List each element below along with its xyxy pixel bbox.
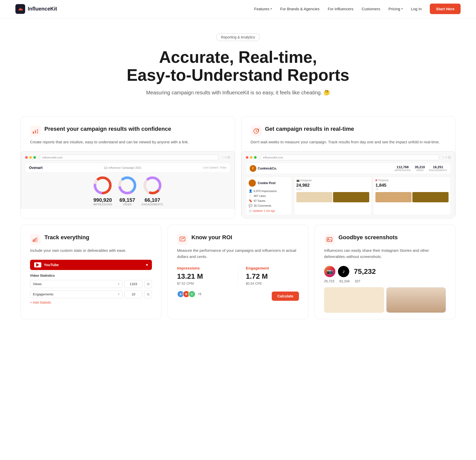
screenshots-mock: 📷 ♪ 75,232 25,723 61,104 327 bbox=[324, 266, 446, 319]
stat-copy-button-1[interactable]: ⧉ bbox=[144, 280, 152, 288]
screenshots-card: Goodbye screenshots Influencers can easi… bbox=[315, 225, 455, 319]
rt-img-2 bbox=[333, 192, 369, 202]
roi-engagement-col: Engagement 1.72 M $0.54 CPE bbox=[246, 266, 299, 285]
tiktok-icon-circle: ♪ bbox=[338, 266, 349, 277]
stat-value-input-2[interactable]: 10 bbox=[124, 290, 142, 298]
roi-card: Know your ROI Measure the performance of… bbox=[168, 225, 308, 319]
track-title: Track everything bbox=[44, 234, 89, 241]
present-card: Present your campaign results with confi… bbox=[21, 116, 235, 218]
rt-detail: Cookie Post 👤 6,970 Impressions ♡ 487 Li… bbox=[246, 177, 451, 215]
roi-cpe-label: CPE bbox=[255, 282, 262, 285]
start-here-button[interactable]: Start Here bbox=[430, 4, 461, 14]
sc-image-grid bbox=[324, 287, 446, 313]
roi-desc: Measure the performance of your campaign… bbox=[177, 247, 299, 260]
rt-stat-saves: 🔖 87 Saves bbox=[249, 199, 289, 203]
stat-value-input-1[interactable]: 1163 bbox=[124, 280, 142, 288]
track-desc: Include your own custom stats or deliver… bbox=[30, 247, 152, 254]
rt-total-impressions: 112,768 IMPRESSIONS bbox=[395, 165, 411, 172]
browser-bar: influencekit.com ↑ + ⊡ bbox=[25, 155, 230, 160]
hero-subtitle: Measuring campaign results with Influenc… bbox=[10, 89, 466, 96]
rt-instagram-card: 📸 Instagram 24,982 4,507 bbox=[294, 177, 372, 215]
sc-tiktok-count: 75,232 bbox=[354, 267, 376, 276]
select-arrow-1: ▾ bbox=[118, 282, 120, 286]
sc-stat-2: 61,104 bbox=[339, 279, 350, 283]
svg-rect-16 bbox=[37, 237, 37, 242]
metric-engagements: 66,107 ENGAGEMENTS bbox=[142, 175, 163, 206]
pinterest-icon: 𝗣 bbox=[375, 179, 377, 182]
present-desc: Create reports that are intuitive, easy … bbox=[30, 139, 226, 145]
roi-divider bbox=[238, 266, 238, 285]
card-header: Goodbye screenshots bbox=[324, 234, 446, 245]
browser-icons-rt: ↑ + ⊡ bbox=[443, 155, 451, 159]
person-icon: 👤 bbox=[249, 189, 252, 193]
stat-type-select-1[interactable]: Views ▾ bbox=[30, 280, 122, 288]
rt-stat-saves-val: 87 Saves bbox=[254, 199, 266, 202]
rt-pin-value: 1,845 bbox=[375, 183, 449, 188]
rt-ig-header: 📸 Instagram bbox=[296, 179, 370, 182]
roi-icon bbox=[177, 234, 188, 245]
present-icon bbox=[30, 126, 41, 136]
hero-title: Accurate, Real-time, Easy-to-Understand … bbox=[10, 48, 466, 84]
svg-rect-1 bbox=[35, 130, 36, 134]
instagram-icon: 📸 bbox=[296, 179, 299, 182]
rt-stat-likes-val: 487 Likes bbox=[254, 194, 266, 197]
sc-platforms-row: 📷 ♪ 75,232 bbox=[324, 266, 446, 277]
screenshots-desc: Influencers can easily share their Insta… bbox=[324, 247, 446, 260]
sc-stat-1: 25,723 bbox=[324, 279, 334, 283]
sc-person-card bbox=[386, 287, 446, 313]
stat-copy-button-2[interactable]: ⧉ bbox=[144, 290, 152, 298]
rt-total-engagements: 18,251 ENGAGEMENTS bbox=[429, 165, 447, 172]
sc-count-wrapper: 75,232 bbox=[354, 267, 376, 276]
roi-cpe-value: $0.54 bbox=[246, 282, 254, 285]
roi-impressions-col: Impressions 13.21 M $7.52 CPM bbox=[177, 266, 230, 285]
report-brand: Ovenart bbox=[29, 166, 43, 170]
rt-image-grid bbox=[296, 192, 370, 202]
browser-bar-rt: influencekit.com ↑ + ⊡ bbox=[246, 155, 451, 160]
roi-mock: Impressions 13.21 M $7.52 CPM Engagement… bbox=[177, 266, 299, 308]
engagements-label: ENGAGEMENTS bbox=[142, 203, 163, 206]
svg-rect-15 bbox=[35, 238, 36, 242]
svg-rect-0 bbox=[33, 132, 34, 134]
realtime-card: Get campaign results in real-time Don't … bbox=[241, 116, 456, 218]
browser-dot-red bbox=[25, 156, 28, 159]
youtube-icon bbox=[34, 262, 41, 267]
rt-panel-brand: Cookie Post bbox=[249, 179, 289, 187]
roi-engagement-label: Engagement bbox=[246, 266, 299, 270]
nav-login[interactable]: Log In bbox=[411, 7, 422, 11]
roi-impressions-label: Impressions bbox=[177, 266, 230, 270]
views-label: VIEWS bbox=[117, 203, 138, 206]
hero-badge: Reporting & Analytics bbox=[216, 33, 260, 41]
nav-customers[interactable]: Customers bbox=[362, 7, 380, 11]
sc-stat-3: 327 bbox=[355, 279, 361, 283]
realtime-icon bbox=[251, 126, 261, 136]
nav-features[interactable]: Features ▾ bbox=[254, 7, 272, 11]
rt-pin-img-2 bbox=[412, 192, 449, 202]
navigation: InfluenceKit Features ▾ For Brands & Age… bbox=[0, 0, 476, 18]
rt-stat-impressions-val: 6,970 Impressions bbox=[254, 189, 277, 193]
logo[interactable]: InfluenceKit bbox=[15, 4, 57, 14]
roi-metrics-row: Impressions 13.21 M $7.52 CPM Engagement… bbox=[177, 266, 299, 285]
clock-icon: 🕐 bbox=[249, 209, 252, 212]
cards-top-row: Present your campaign results with confi… bbox=[21, 116, 455, 218]
svg-point-18 bbox=[183, 237, 184, 238]
impressions-label: IMPRESSIONS bbox=[92, 203, 113, 206]
rt-total-views: 35,210 VIEWS bbox=[415, 165, 425, 172]
calculate-button[interactable]: Calculate bbox=[272, 292, 299, 301]
logo-text: InfluenceKit bbox=[28, 6, 57, 12]
browser-dot-green bbox=[33, 156, 36, 159]
rt-img-1 bbox=[296, 192, 333, 202]
last-updated: Last Updated: Today bbox=[203, 166, 227, 169]
nav-links: Features ▾ For Brands & Agencies For Inf… bbox=[254, 4, 461, 14]
present-screenshot: influencekit.com ↑ + ⊡ Ovenart Q1 Influe… bbox=[21, 151, 235, 209]
nav-influencers[interactable]: For Influencers bbox=[328, 7, 353, 11]
realtime-screenshot: influencekit.com ↑ + ⊡ C Cookies&Co. 112… bbox=[241, 151, 455, 218]
logo-icon bbox=[15, 4, 25, 14]
youtube-bar[interactable]: YouTube ▾ bbox=[30, 260, 152, 270]
screenshots-title: Goodbye screenshots bbox=[338, 234, 398, 241]
browser-dot-yellow bbox=[29, 156, 32, 159]
add-statistic-button[interactable]: + Add Statistic bbox=[30, 301, 152, 304]
stat-type-select-2[interactable]: Engagements ▾ bbox=[30, 290, 122, 298]
nav-brands-agencies[interactable]: For Brands & Agencies bbox=[280, 7, 319, 11]
nav-pricing[interactable]: Pricing ▾ bbox=[388, 7, 403, 11]
roi-engagement-value: 1.72 M bbox=[246, 272, 299, 281]
